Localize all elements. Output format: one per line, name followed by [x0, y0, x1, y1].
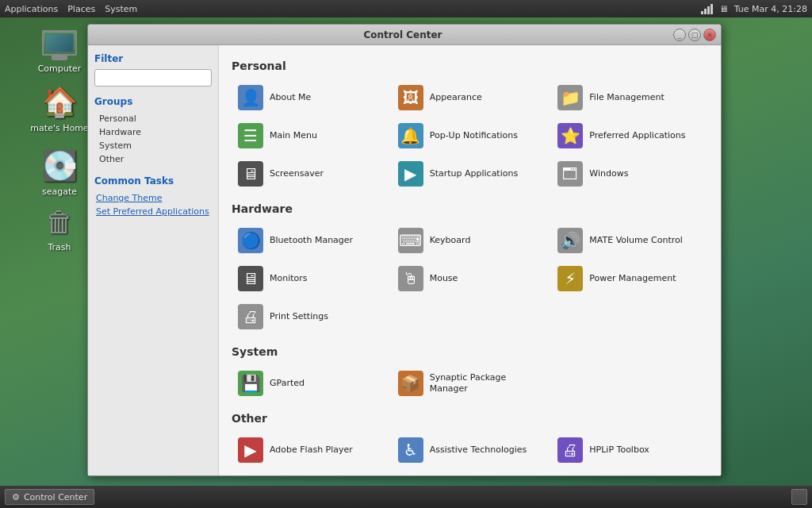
item-network-connections[interactable]: 🌐 Network Connections — [392, 471, 549, 475]
popup-notifications-icon: 🔔 — [398, 123, 423, 148]
power-management-icon: ⚡ — [557, 266, 583, 291]
file-management-icon: 📁 — [557, 85, 583, 110]
item-mate-volume-control[interactable]: 🔊 MATE Volume Control — [551, 223, 708, 258]
filter-input[interactable] — [94, 69, 212, 87]
sidebar: Filter Groups Personal Hardware System O… — [88, 45, 219, 475]
item-hplip-toolbox[interactable]: 🖨 HPLiP Toolbox — [551, 433, 708, 468]
menu-system[interactable]: System — [105, 4, 137, 14]
window-maximize-button[interactable]: □ — [688, 29, 701, 41]
window-close-button[interactable]: ✕ — [703, 29, 716, 41]
preferred-applications-label: Preferred Applications — [589, 130, 685, 141]
network-icon: 🖥 — [719, 4, 728, 14]
main-content: Personal 👤 About Me 🖼 Appearance 📁 File … — [219, 45, 721, 475]
item-assistive-tech[interactable]: ♿ Assistive Technologies — [392, 433, 549, 468]
desktop-icon-computer[interactable]: Computer — [28, 24, 91, 74]
menu-applications[interactable]: Applications — [5, 4, 58, 14]
item-appearance[interactable]: 🖼 Appearance — [392, 80, 549, 115]
window-title: Control Center — [132, 29, 673, 40]
filter-title: Filter — [94, 53, 212, 64]
trash-icon: 🗑 — [45, 206, 74, 238]
common-tasks-title: Common Tasks — [94, 175, 212, 187]
popup-notifications-label: Pop-Up Notifications — [430, 130, 518, 141]
window-titlebar: Control Center _ □ ✕ — [88, 25, 721, 45]
taskbar-right: 🖥 Tue Mar 4, 21:28 — [701, 3, 807, 14]
bluetooth-manager-icon: 🔵 — [238, 228, 263, 253]
task-change-theme[interactable]: Change Theme — [94, 191, 212, 205]
item-keyboard-shortcuts[interactable]: ⌨ Keyboard Shortcuts — [232, 471, 389, 475]
about-me-label: About Me — [270, 92, 311, 103]
item-popup-notifications[interactable]: 🔔 Pop-Up Notifications — [392, 118, 549, 153]
startup-applications-icon: ▶ — [398, 161, 423, 187]
menu-places[interactable]: Places — [67, 4, 95, 14]
main-menu-icon: ☰ — [238, 123, 263, 148]
item-gparted[interactable]: 💾 GParted — [232, 366, 389, 401]
synaptic-label: Synaptic Package Manager — [430, 372, 542, 395]
window-minimize-button[interactable]: _ — [673, 29, 686, 41]
hardware-items-grid: 🔵 Bluetooth Manager ⌨ Keyboard 🔊 MATE Vo… — [232, 223, 708, 334]
item-print-settings[interactable]: 🖨 Print Settings — [232, 299, 389, 334]
bluetooth-manager-label: Bluetooth Manager — [270, 235, 353, 246]
group-other[interactable]: Other — [94, 152, 212, 166]
item-startup-applications[interactable]: ▶ Startup Applications — [392, 156, 549, 191]
print-settings-label: Print Settings — [270, 311, 328, 322]
control-center-window: Control Center _ □ ✕ Filter Groups Perso… — [87, 24, 722, 476]
print-settings-icon: 🖨 — [238, 304, 263, 329]
section-other-heading: Other — [232, 412, 708, 425]
task-set-preferred[interactable]: Set Preferred Applications — [94, 205, 212, 218]
taskbar-bottom: ⚙ Control Center — [0, 486, 812, 508]
monitors-label: Monitors — [270, 273, 308, 284]
item-synaptic[interactable]: 📦 Synaptic Package Manager — [392, 366, 549, 401]
item-adobe-flash[interactable]: ▶ Adobe Flash Player — [232, 433, 389, 468]
taskbar-app-button[interactable]: ⚙ Control Center — [5, 489, 94, 505]
item-mouse[interactable]: 🖱 Mouse — [392, 261, 549, 296]
hplip-toolbox-label: HPLiP Toolbox — [589, 444, 649, 456]
desktop: Applications Places System 🖥 Tue Mar 4, … — [0, 0, 812, 508]
show-desktop-button[interactable] — [791, 489, 807, 505]
mate-volume-icon: 🔊 — [557, 228, 583, 253]
item-keyboard[interactable]: ⌨ Keyboard — [392, 223, 549, 258]
top-menu: Applications Places System — [5, 4, 137, 14]
window-controls: _ □ ✕ — [673, 29, 716, 41]
preferred-applications-icon: ⭐ — [557, 123, 583, 148]
desktop-icon-trash-label: Trash — [28, 242, 91, 252]
about-me-icon: 👤 — [238, 85, 263, 110]
signal-icon — [701, 3, 713, 14]
groups-list: Personal Hardware System Other — [94, 112, 212, 166]
item-network-proxy[interactable]: 🔗 Network Proxy — [551, 471, 708, 475]
taskbar-app-icon: ⚙ — [12, 492, 20, 502]
startup-applications-label: Startup Applications — [430, 168, 519, 179]
window-body: Filter Groups Personal Hardware System O… — [88, 45, 721, 475]
other-items-grid: ▶ Adobe Flash Player ♿ Assistive Technol… — [232, 433, 708, 475]
mouse-label: Mouse — [430, 273, 458, 284]
desktop-icon-trash[interactable]: 🗑 Trash — [28, 202, 91, 252]
screensaver-icon: 🖥 — [238, 161, 263, 187]
personal-items-grid: 👤 About Me 🖼 Appearance 📁 File Managemen… — [232, 80, 708, 191]
synaptic-icon: 📦 — [398, 371, 423, 396]
group-system[interactable]: System — [94, 139, 212, 152]
item-screensaver[interactable]: 🖥 Screensaver — [232, 156, 389, 191]
desktop-icon-seagate-label: seagate — [28, 187, 91, 197]
monitors-icon: 🖥 — [238, 266, 263, 291]
desktop-icon-computer-label: Computer — [28, 64, 91, 74]
item-windows[interactable]: 🗔 Windows — [551, 156, 708, 191]
windows-label: Windows — [589, 168, 628, 179]
item-power-management[interactable]: ⚡ Power Management — [551, 261, 708, 296]
item-about-me[interactable]: 👤 About Me — [232, 80, 389, 115]
item-file-management[interactable]: 📁 File Management — [551, 80, 708, 115]
section-system-heading: System — [232, 345, 708, 358]
item-main-menu[interactable]: ☰ Main Menu — [232, 118, 389, 153]
item-preferred-applications[interactable]: ⭐ Preferred Applications — [551, 118, 708, 153]
desktop-icon-home[interactable]: 🏠 mate's Home — [28, 83, 91, 133]
groups-title: Groups — [94, 96, 212, 107]
keyboard-label: Keyboard — [430, 235, 471, 246]
desktop-icon-seagate[interactable]: 💽 seagate — [28, 147, 91, 197]
mate-volume-label: MATE Volume Control — [589, 235, 683, 246]
keyboard-icon: ⌨ — [398, 228, 423, 253]
common-tasks-list: Change Theme Set Preferred Applications — [94, 191, 212, 218]
item-monitors[interactable]: 🖥 Monitors — [232, 261, 389, 296]
group-personal[interactable]: Personal — [94, 112, 212, 125]
group-hardware[interactable]: Hardware — [94, 125, 212, 139]
appearance-label: Appearance — [430, 92, 482, 103]
main-menu-label: Main Menu — [270, 130, 317, 141]
item-bluetooth-manager[interactable]: 🔵 Bluetooth Manager — [232, 223, 389, 258]
